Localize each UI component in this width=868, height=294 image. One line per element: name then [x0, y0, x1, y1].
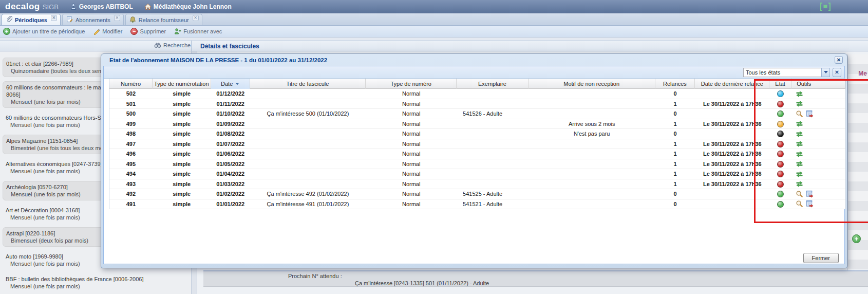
current-library[interactable]: Médiathèque John Lennon: [144, 3, 232, 10]
column-label: Etat: [775, 81, 785, 87]
delete-button[interactable]: − Supprimer: [130, 28, 166, 35]
panel-divider: [191, 41, 192, 52]
close-icon[interactable]: ✕: [835, 56, 843, 64]
cell-exemplaire: [457, 119, 529, 129]
receive-issue-icon[interactable]: [796, 150, 803, 158]
outils-cell: [791, 109, 845, 119]
bell-icon: [129, 16, 139, 24]
screen-icon[interactable]: [819, 2, 832, 11]
etat-cell: [769, 159, 791, 169]
table-row[interactable]: 492simple01/02/2022Ça m'intéresse 492 (0…: [109, 189, 845, 199]
cell-numero: 493: [109, 179, 153, 189]
close-tab-icon[interactable]: ✕: [51, 15, 57, 21]
close-tab-icon[interactable]: ✕: [114, 15, 120, 21]
chevron-down-icon[interactable]: [821, 68, 830, 77]
tab-label: Relance fournisseur: [139, 17, 189, 23]
cell-exemplaire: 541525 - Adulte: [457, 189, 529, 199]
tab-relance-fournisseur[interactable]: Relance fournisseur✕: [125, 14, 202, 25]
receive-issue-icon[interactable]: [796, 130, 803, 138]
column-header-date[interactable]: Date: [211, 79, 250, 89]
cell-exemplaire: [457, 169, 529, 179]
table-row[interactable]: 500simple01/10/2022Ça m'intéresse 500 (0…: [109, 109, 845, 119]
column-label: Date de dernière relance: [701, 81, 763, 87]
receive-issue-icon[interactable]: [796, 170, 803, 178]
table-row[interactable]: 499simple01/09/2022NormalArrive sous 2 m…: [109, 119, 845, 130]
cell-derniere_relance: [695, 189, 769, 199]
etat-filter-select[interactable]: Tous les états: [743, 68, 830, 77]
view-fascicule-icon[interactable]: [796, 110, 803, 118]
fermer-button[interactable]: Fermer: [803, 253, 839, 263]
exemplaire-details-icon[interactable]: [806, 200, 814, 208]
tab-abonnements[interactable]: Abonnements✕: [62, 14, 124, 25]
cell-relances: 0: [655, 189, 695, 199]
receive-issue-icon[interactable]: [796, 100, 803, 107]
background-row: [848, 54, 868, 64]
receive-issue-icon[interactable]: [796, 140, 803, 148]
column-header-relances[interactable]: Relances: [655, 79, 695, 89]
column-header-etat[interactable]: Etat: [769, 79, 791, 89]
etat-cell: [769, 119, 791, 129]
column-header-numero[interactable]: Numéro: [109, 79, 153, 89]
list-item[interactable]: BBF : bulletin des bibliothèques de Fran…: [3, 273, 187, 292]
tab-recherche[interactable]: Recherche: [154, 42, 191, 48]
cell-derniere_relance: Le 30/11/2022 à 17h36: [695, 119, 769, 129]
cell-numero: 501: [109, 99, 153, 109]
view-fascicule-icon[interactable]: [796, 200, 803, 208]
cell-relances: 0: [655, 129, 695, 139]
dialog-footer: Fermer: [103, 250, 845, 266]
table-row[interactable]: 495simple01/05/2022Normal1Le 30/11/2022 …: [109, 159, 845, 170]
cell-titre: [250, 159, 366, 169]
modify-button[interactable]: Modifier: [93, 28, 122, 35]
cell-titre: [250, 139, 366, 149]
column-header-outils[interactable]: Outils: [791, 79, 845, 89]
tab-details-fascicules[interactable]: Détails et fascicules: [200, 43, 259, 50]
cell-numero: 495: [109, 159, 153, 169]
column-label: Motif de non reception: [563, 81, 619, 87]
receive-issue-icon[interactable]: [796, 120, 803, 127]
view-fascicule-icon[interactable]: [796, 190, 803, 198]
add-fascicule-icon[interactable]: +: [852, 234, 861, 243]
column-label: Date: [221, 81, 233, 87]
table-row[interactable]: 491simple01/01/2022Ça m'intéresse 491 (0…: [109, 199, 845, 210]
tab-périodiques[interactable]: Périodiques✕: [2, 14, 61, 25]
receive-issue-icon[interactable]: [796, 90, 803, 98]
background-row: [848, 162, 868, 172]
current-user[interactable]: Georges ABITBOL: [70, 3, 133, 10]
column-header-titre[interactable]: Titre de fascicule: [250, 79, 366, 89]
cell-date: 01/09/2022: [211, 119, 250, 129]
receive-issue-icon[interactable]: [796, 160, 803, 168]
exemplaire-details-icon[interactable]: [806, 110, 814, 118]
table-row[interactable]: 501simple01/11/2022Normal1Le 30/11/2022 …: [109, 99, 845, 109]
cell-numero: 502: [109, 89, 153, 99]
merge-button[interactable]: Fusionner avec: [174, 28, 222, 35]
app-logo: decalogSIGB: [5, 2, 59, 12]
column-header-numerotation[interactable]: Type de numérotation: [153, 79, 211, 89]
cell-date: 01/04/2022: [211, 169, 250, 179]
clear-filter-icon[interactable]: ✕: [833, 68, 841, 77]
receive-issue-icon[interactable]: [796, 180, 803, 188]
close-tab-icon[interactable]: ✕: [193, 15, 199, 21]
table-row[interactable]: 502simple01/12/2022Normal0: [109, 89, 845, 99]
column-header-derniere_relance[interactable]: Date de dernière relance: [695, 79, 769, 89]
cell-motif: [529, 199, 655, 209]
table-row[interactable]: 497simple01/07/2022Normal1Le 30/11/2022 …: [109, 139, 845, 150]
etat-cell: [769, 149, 791, 159]
cell-motif: [529, 149, 655, 159]
etat-cell: [769, 109, 791, 119]
outils-cell: [791, 199, 845, 209]
outils-cell: [791, 169, 845, 179]
table-row[interactable]: 496simple01/06/2022Normal1Le 30/11/2022 …: [109, 149, 845, 159]
add-periodical-button[interactable]: + Ajouter un titre de périodique: [3, 28, 85, 35]
column-header-type_numero[interactable]: Type de numéro: [366, 79, 457, 89]
status-green-icon: [777, 201, 784, 208]
cell-titre: [250, 149, 366, 159]
column-header-exemplaire[interactable]: Exemplaire: [457, 79, 529, 89]
cell-date: 01/06/2022: [211, 149, 250, 159]
cell-motif: [529, 89, 655, 99]
table-row[interactable]: 493simple01/03/2022Normal1Le 30/11/2022 …: [109, 179, 845, 190]
exemplaire-details-icon[interactable]: [806, 190, 814, 198]
column-header-motif[interactable]: Motif de non reception: [529, 79, 655, 89]
table-row[interactable]: 498simple01/08/2022NormalN'est pas paru0: [109, 129, 845, 139]
table-row[interactable]: 494simple01/04/2022Normal1Le 30/11/2022 …: [109, 169, 845, 179]
cell-titre: Ça m'intéresse 491 (01/01/2022): [250, 199, 366, 209]
